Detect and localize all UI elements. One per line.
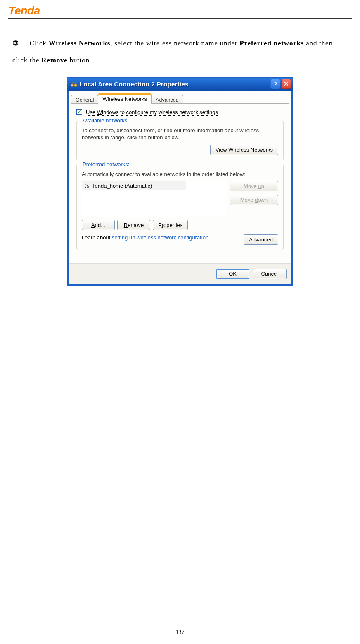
view-wireless-button[interactable]: View Wireless Networks [210, 145, 278, 155]
use-windows-checkbox[interactable]: ✓ [76, 109, 82, 115]
connection-icon [71, 81, 77, 87]
add-post: dd... [95, 222, 105, 228]
learn-row: Learn about setting up wireless network … [82, 234, 278, 245]
instr-mid1: , select the wireless network name under [110, 39, 239, 47]
props-pre: P [158, 222, 162, 228]
ok-button[interactable]: OK [216, 269, 249, 279]
tenda-logo: Tenda [8, 4, 40, 17]
instr-bold3: Remove [41, 56, 67, 64]
preferred-list-row: Tenda_home (Automatic) Move up Move down [82, 181, 278, 217]
remove-button[interactable]: Remove [117, 220, 150, 230]
svg-point-2 [85, 187, 86, 188]
preferred-networks-title: Preferred networks: [81, 161, 131, 167]
properties-dialog: Local Area Connection 2 Properties ? ✕ G… [67, 77, 293, 286]
pref-title-post: referred networks: [86, 161, 130, 167]
page-number: 137 [0, 629, 360, 636]
available-networks-group: Available networks: To connect to, disco… [76, 121, 284, 160]
tabs-row: General Wireless Networks Advanced [69, 91, 291, 104]
svg-rect-0 [71, 84, 73, 86]
dialog-body: General Wireless Networks Advanced ✓ Use… [67, 91, 293, 284]
close-button[interactable]: ✕ [281, 79, 291, 89]
dialog-footer: OK Cancel [69, 263, 291, 284]
add-button[interactable]: Add... [82, 220, 115, 230]
movedown-post: own [258, 197, 268, 203]
svg-rect-1 [74, 84, 77, 86]
remove-u: R [124, 222, 128, 228]
move-up-button[interactable]: Move up [230, 181, 278, 191]
use-windows-label: Use Windows to configure my wireless net… [85, 109, 219, 116]
moveup-u: u [258, 183, 261, 189]
learn-link[interactable]: setting up wireless network configuratio… [112, 234, 210, 241]
titlebar-buttons: ? ✕ [270, 79, 291, 89]
move-buttons: Move up Move down [230, 181, 278, 217]
dialog-titlebar: Local Area Connection 2 Properties ? ✕ [67, 78, 293, 91]
cancel-button[interactable]: Cancel [253, 269, 287, 279]
dialog-title: Local Area Connection 2 Properties [80, 81, 270, 88]
wifi-icon [84, 183, 90, 189]
list-item[interactable]: Tenda_home (Automatic) [82, 181, 186, 190]
instr-bold2: Preferred networks [239, 39, 304, 47]
instr-bold1: Wireless Networks [49, 39, 110, 47]
advanced-button[interactable]: Advanced [244, 234, 278, 245]
add-remove-props-row: Add... Remove Properties [82, 220, 278, 230]
available-networks-title: Available networks: [81, 117, 130, 124]
movedown-pre: Move [240, 197, 255, 203]
available-networks-text: To connect to, disconnect from, or find … [82, 127, 278, 141]
step-marker: ③ [12, 39, 19, 47]
instr-post: button. [68, 56, 92, 64]
add-u: A [91, 222, 95, 228]
preferred-networks-text: Automatically connect to available netwo… [82, 171, 278, 178]
props-post: operties [163, 222, 182, 228]
cb-u: W [97, 109, 102, 115]
properties-button[interactable]: Properties [153, 220, 188, 230]
avail-title-pre: Available [83, 117, 106, 124]
instr-pre1: Click [30, 39, 49, 47]
adv-pre: Ad [249, 236, 256, 243]
learn-text: Learn about setting up wireless network … [82, 234, 239, 241]
use-windows-checkbox-row: ✓ Use Windows to configure my wireless n… [76, 109, 284, 116]
list-item-label: Tenda_home (Automatic) [92, 183, 152, 189]
cb-post: indows to configure my wireless network … [102, 109, 218, 115]
cb-pre: Use [86, 109, 97, 115]
page-header: Tenda [0, 0, 360, 17]
instruction-paragraph: ③Click Wireless Networks, select the wir… [0, 19, 360, 73]
adv-post: anced [258, 236, 273, 243]
moveup-post: p [261, 183, 264, 189]
help-button[interactable]: ? [270, 79, 280, 89]
avail-title-post: etworks: [109, 117, 128, 124]
pref-title-u: P [83, 161, 86, 167]
preferred-networks-group: Preferred networks: Automatically connec… [76, 165, 284, 250]
preferred-list[interactable]: Tenda_home (Automatic) [82, 181, 226, 217]
tab-wireless-networks[interactable]: Wireless Networks [98, 93, 152, 104]
dialog-bottom-border [67, 284, 293, 285]
remove-post: emove [128, 222, 144, 228]
view-wireless-row: View Wireless Networks [82, 145, 278, 155]
learn-pre: Learn about [82, 234, 112, 241]
move-down-button[interactable]: Move down [230, 195, 278, 205]
moveup-pre: Move [244, 183, 258, 189]
tab-pane-wireless: ✓ Use Windows to configure my wireless n… [71, 103, 289, 261]
